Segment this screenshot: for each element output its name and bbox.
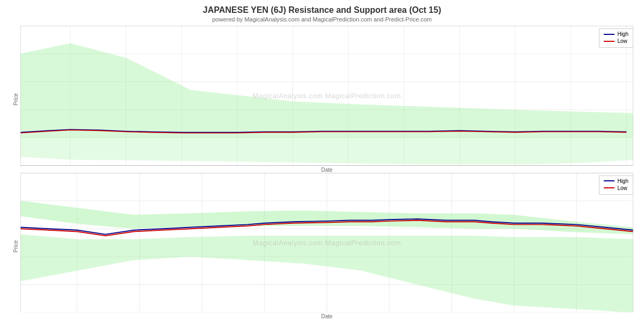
main-title: JAPANESE YEN (6J) Resistance and Support… — [11, 5, 633, 15]
chart1-area: Price MagicalAnalysis.com MagicalPredict… — [11, 26, 633, 173]
chart1-legend: High Low — [599, 28, 633, 48]
chart1-y-label: Price — [11, 26, 20, 173]
chart2-legend: High Low — [599, 175, 633, 195]
chart2-inner: MagicalAnalysis.com MagicalPrediction.co… — [20, 173, 633, 320]
chart2-legend-low: Low — [604, 185, 628, 191]
chart2-svg-container: MagicalAnalysis.com MagicalPrediction.co… — [20, 173, 633, 313]
charts-container: Price MagicalAnalysis.com MagicalPredict… — [11, 26, 633, 319]
subtitle: powered by MagicalAnalysis.com and Magic… — [11, 16, 633, 23]
chart1-legend-high: High — [604, 31, 628, 37]
chart1-legend-low: Low — [604, 38, 628, 44]
chart2-y-label: Price — [11, 173, 20, 320]
chart2-legend-low-line — [604, 187, 614, 188]
chart1-inner: MagicalAnalysis.com MagicalPrediction.co… — [20, 26, 633, 173]
chart1-legend-high-line — [604, 34, 614, 35]
chart1-wrapper: Price MagicalAnalysis.com MagicalPredict… — [11, 26, 633, 173]
chart2-x-label: Date — [20, 312, 633, 319]
chart2-wrapper: Price MagicalAnalysis.com MagicalPredict… — [11, 173, 633, 320]
chart1-x-label: Date — [20, 166, 633, 173]
chart2-svg: 0.010 0.008 0.006 0.004 0.002 — [20, 173, 633, 313]
chart2-legend-high-label: High — [617, 178, 628, 184]
chart1-svg-container: MagicalAnalysis.com MagicalPrediction.co… — [20, 26, 633, 166]
chart2-legend-high-line — [604, 180, 614, 181]
page-container: JAPANESE YEN (6J) Resistance and Support… — [0, 0, 644, 322]
chart1-legend-high-label: High — [617, 31, 628, 37]
chart2-legend-low-label: Low — [617, 185, 627, 191]
chart1-legend-low-line — [604, 41, 614, 42]
chart2-legend-high: High — [604, 178, 628, 184]
chart1-svg: 0.04 0.03 0.02 0.01 0.00 — [20, 26, 633, 166]
chart2-area: Price MagicalAnalysis.com MagicalPredict… — [11, 173, 633, 320]
chart1-legend-low-label: Low — [617, 38, 627, 44]
